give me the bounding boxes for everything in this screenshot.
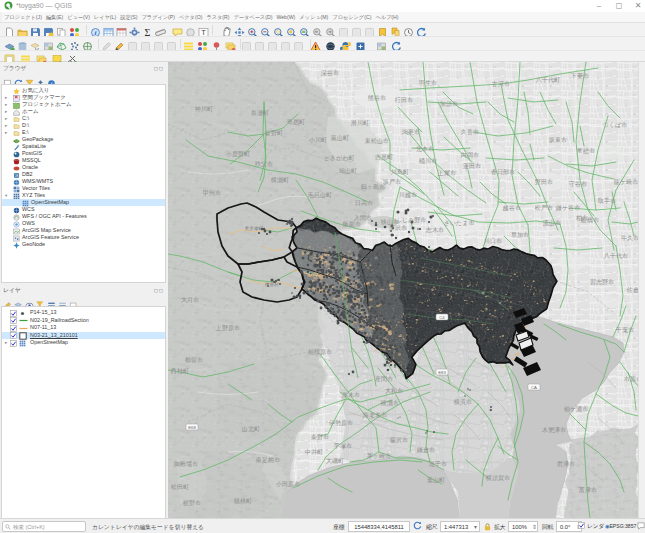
svg-text:逗子市: 逗子市 xyxy=(429,460,447,468)
svg-text:滑川町: 滑川町 xyxy=(351,119,369,127)
svg-text:牛久市: 牛久市 xyxy=(621,234,638,241)
svg-text:横須賀市: 横須賀市 xyxy=(486,474,510,482)
svg-text:上野原市: 上野原市 xyxy=(215,324,240,331)
svg-text:所沢市: 所沢市 xyxy=(389,224,407,231)
svg-text:古河市: 古河市 xyxy=(492,80,510,88)
svg-text:秦野市: 秦野市 xyxy=(311,433,329,440)
svg-text:寄居町: 寄居町 xyxy=(287,118,305,126)
svg-text:E68: E68 xyxy=(188,425,196,430)
svg-text:伊勢原市: 伊勢原市 xyxy=(329,419,353,427)
svg-text:川島町: 川島町 xyxy=(391,168,409,175)
svg-text:鶴ヶ島市: 鶴ヶ島市 xyxy=(361,183,386,190)
svg-text:横瀬町: 横瀬町 xyxy=(271,176,289,184)
svg-text:海老名市: 海老名市 xyxy=(363,411,387,419)
svg-text:君津市: 君津市 xyxy=(557,460,575,468)
svg-text:甲州市: 甲州市 xyxy=(203,189,221,196)
svg-text:藤沢市: 藤沢市 xyxy=(390,436,408,443)
svg-text:東松山市: 東松山市 xyxy=(365,137,389,144)
svg-text:上尾市: 上尾市 xyxy=(437,169,456,176)
svg-text:越谷市: 越谷市 xyxy=(503,204,521,212)
svg-text:北本市: 北本市 xyxy=(416,145,434,153)
svg-text:都留市: 都留市 xyxy=(185,356,203,364)
svg-text:川口市: 川口市 xyxy=(484,237,502,245)
svg-text:檜原村: 檜原村 xyxy=(264,281,279,288)
svg-text:小川町: 小川町 xyxy=(309,136,327,143)
svg-text:大和市: 大和市 xyxy=(385,387,403,394)
svg-text:野田市: 野田市 xyxy=(535,178,553,186)
svg-text:ときがわ町: ときがわ町 xyxy=(323,154,354,161)
svg-text:箱根町: 箱根町 xyxy=(234,497,252,504)
svg-text:鎌ケ谷市: 鎌ケ谷市 xyxy=(556,204,581,212)
svg-text:春日部市: 春日部市 xyxy=(491,168,515,176)
svg-text:行田市: 行田市 xyxy=(395,96,413,104)
svg-text:御殿場市: 御殿場市 xyxy=(174,460,198,468)
svg-text:平塚市: 平塚市 xyxy=(333,442,352,449)
svg-text:草加市: 草加市 xyxy=(511,231,529,238)
svg-text:八千代市: 八千代市 xyxy=(604,252,628,259)
svg-text:大月市: 大月市 xyxy=(181,296,199,304)
svg-text:流山市: 流山市 xyxy=(543,219,561,227)
svg-text:大磯町: 大磯町 xyxy=(326,457,344,464)
svg-text:皆野町: 皆野町 xyxy=(265,129,283,137)
svg-text:蓮田市: 蓮田市 xyxy=(463,162,481,170)
svg-text:坂東市: 坂東市 xyxy=(548,136,567,143)
svg-text:綾瀬市: 綾瀬市 xyxy=(380,399,399,407)
svg-text:久喜市: 久喜市 xyxy=(461,128,479,136)
svg-text:守谷市: 守谷市 xyxy=(569,180,587,188)
svg-text:松戸市: 松戸市 xyxy=(535,204,553,211)
svg-text:桶川市: 桶川市 xyxy=(419,157,437,164)
svg-text:羽生市: 羽生市 xyxy=(419,79,437,86)
svg-text:習志野市: 習志野市 xyxy=(590,278,614,286)
svg-text:南足柄市: 南足柄市 xyxy=(256,456,280,464)
svg-text:毛呂山町: 毛呂山町 xyxy=(308,191,332,199)
svg-text:鴻巣市: 鴻巣市 xyxy=(402,128,420,135)
svg-text:入間市: 入間市 xyxy=(354,214,372,222)
svg-text:DB: DB xyxy=(15,173,19,177)
svg-text:鳩山町: 鳩山町 xyxy=(339,167,357,174)
svg-text:佐倉市: 佐倉市 xyxy=(627,286,638,294)
svg-text:山北町: 山北町 xyxy=(242,425,260,433)
svg-text:裾野市: 裾野市 xyxy=(183,499,201,507)
svg-text:熊谷市: 熊谷市 xyxy=(368,94,386,102)
svg-text:奥多摩町: 奥多摩町 xyxy=(245,225,264,231)
svg-text:C4: C4 xyxy=(439,315,445,320)
svg-text:木更津市: 木更津市 xyxy=(542,426,566,434)
svg-text:深谷市: 深谷市 xyxy=(321,69,339,77)
svg-text:座間市: 座間市 xyxy=(375,375,393,383)
svg-text:横浜市: 横浜市 xyxy=(454,398,472,406)
svg-text:ふじみ野市: ふじみ野市 xyxy=(395,216,427,223)
svg-text:秩父市: 秩父市 xyxy=(255,160,273,167)
svg-text:中井町: 中井町 xyxy=(305,448,323,455)
svg-text:茅ヶ崎市: 茅ヶ崎市 xyxy=(367,452,392,459)
svg-text:船橋市: 船橋市 xyxy=(580,216,599,224)
svg-text:加須市: 加須市 xyxy=(440,100,458,107)
svg-text:E83: E83 xyxy=(438,370,446,375)
svg-text:富津市: 富津市 xyxy=(579,486,597,494)
svg-text:常総市: 常総市 xyxy=(577,147,595,155)
svg-text:嵐山町: 嵐山町 xyxy=(331,134,349,141)
svg-text:千葉市: 千葉市 xyxy=(615,326,634,334)
svg-text:市原市: 市原市 xyxy=(624,375,638,382)
svg-text:袖ケ浦市: 袖ケ浦市 xyxy=(564,405,589,413)
svg-text:神川町: 神川町 xyxy=(195,105,213,112)
svg-text:CA: CA xyxy=(531,385,537,390)
svg-text:松田町: 松田町 xyxy=(171,483,189,491)
svg-text:川越市: 川越市 xyxy=(399,191,417,199)
svg-text:小鹿野町: 小鹿野町 xyxy=(226,150,250,158)
svg-text:八千代町: 八千代町 xyxy=(536,76,560,83)
svg-text:飯能市: 飯能市 xyxy=(343,220,361,228)
svg-text:西桂町: 西桂町 xyxy=(170,367,189,375)
svg-text:下妻市: 下妻市 xyxy=(571,72,589,79)
svg-text:白岡市: 白岡市 xyxy=(461,151,479,158)
svg-text:厚木市: 厚木市 xyxy=(342,391,360,398)
svg-text:龍ケ崎市: 龍ケ崎市 xyxy=(614,178,638,185)
svg-text:つくば市: つくば市 xyxy=(603,121,628,129)
svg-text:鎌倉市: 鎌倉市 xyxy=(417,446,435,454)
svg-text:日高市: 日高市 xyxy=(355,199,373,207)
svg-text:葉山町: 葉山町 xyxy=(427,476,445,484)
svg-text:小田原市: 小田原市 xyxy=(276,480,300,488)
svg-text:長瀞町: 長瀞町 xyxy=(251,109,269,117)
svg-text:取手市: 取手市 xyxy=(598,197,616,204)
svg-text:さいたま市: さいたま市 xyxy=(443,219,474,227)
svg-text:吉見町: 吉見町 xyxy=(375,153,393,161)
